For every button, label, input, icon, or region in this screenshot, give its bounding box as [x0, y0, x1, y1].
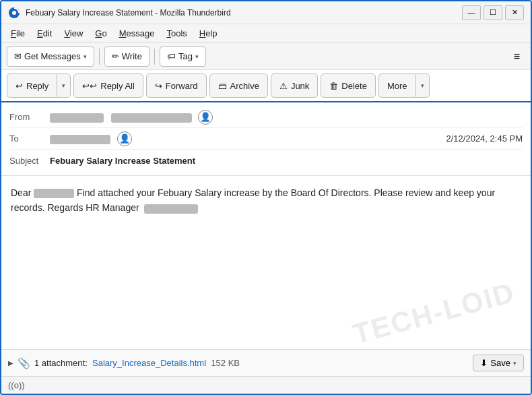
junk-icon: ⚠ [279, 81, 288, 91]
email-date: 2/12/2024, 2:45 PM [446, 133, 523, 144]
to-row: To 👤 2/12/2024, 2:45 PM [9, 128, 523, 150]
to-person-icon: 👤 [117, 131, 132, 146]
more-label: More [387, 81, 407, 91]
write-label: Write [122, 51, 142, 61]
title-bar: Febuary Salary Increase Statement - Mozi… [1, 1, 531, 24]
menu-help[interactable]: Help [194, 26, 223, 40]
from-value: 👤 [50, 110, 523, 125]
to-label: To [9, 133, 50, 144]
menu-view[interactable]: View [59, 26, 88, 40]
reply-dropdown-icon: ▾ [62, 82, 65, 89]
reply-all-icon: ↩↩ [82, 81, 97, 91]
get-messages-label: Get Messages [24, 51, 81, 61]
reply-all-label: Reply All [100, 81, 135, 91]
email-body-text: Dear Find attached your Febuary Salary i… [11, 185, 521, 216]
menu-go[interactable]: Go [90, 26, 112, 40]
svg-point-1 [12, 11, 16, 15]
tag-label: Tag [178, 51, 193, 61]
menu-edit[interactable]: Edit [32, 26, 57, 40]
attachment-expand-icon[interactable]: ▶ [8, 359, 13, 367]
tag-icon: 🏷 [167, 51, 176, 61]
app-icon [8, 7, 20, 19]
archive-icon: 🗃 [218, 81, 227, 91]
reply-group: ↩ Reply ▾ [7, 73, 71, 98]
action-bar: ↩ Reply ▾ ↩↩ Reply All ↪ Forward 🗃 Archi… [1, 70, 531, 102]
more-dropdown-icon: ▾ [421, 82, 424, 89]
reply-label: Reply [26, 81, 48, 91]
subject-label: Subject [9, 156, 50, 166]
watermark: TECH-LOID [348, 270, 521, 349]
save-icon: ⬇ [480, 358, 488, 368]
attachment-paperclip-icon: 📎 [18, 357, 30, 369]
more-button[interactable]: More [378, 73, 415, 98]
attachment-info: 1 attachment: Salary_Increase_Details.ht… [34, 358, 469, 368]
maximize-button[interactable]: ☐ [484, 5, 502, 20]
get-messages-icon: ✉ [14, 51, 22, 61]
reply-icon: ↩ [15, 81, 23, 91]
reply-button[interactable]: ↩ Reply [7, 73, 57, 98]
menu-bar: File Edit View Go Message Tools Help [1, 24, 531, 43]
write-icon: ✏ [112, 51, 119, 61]
body-dear: Dear [11, 187, 34, 198]
delete-icon: 🗑 [329, 81, 338, 91]
more-dropdown-button[interactable]: ▾ [415, 73, 430, 98]
forward-button[interactable]: ↪ Forward [146, 73, 207, 98]
subject-value: Febuary Salary Increase Statement [50, 156, 523, 166]
tag-button[interactable]: 🏷 Tag ▾ [160, 47, 206, 67]
toolbar-separator-1 [99, 49, 100, 65]
tag-dropdown-icon: ▾ [195, 53, 199, 60]
body-name-blurred [34, 189, 74, 198]
more-group: More ▾ [378, 73, 430, 98]
hamburger-menu-button[interactable]: ≡ [508, 48, 525, 65]
from-person-icon: 👤 [198, 110, 213, 125]
from-row: From 👤 [9, 107, 523, 128]
write-button[interactable]: ✏ Write [104, 47, 149, 67]
main-window: Febuary Salary Increase Statement - Mozi… [0, 0, 532, 395]
menu-file[interactable]: File [5, 26, 30, 40]
delete-label: Delete [341, 81, 367, 91]
delete-button[interactable]: 🗑 Delete [321, 73, 376, 98]
menu-tools[interactable]: Tools [161, 26, 192, 40]
from-name-blurred [50, 113, 104, 123]
junk-button[interactable]: ⚠ Junk [271, 73, 318, 98]
toolbar-separator-2 [154, 49, 155, 65]
status-icon: ((o)) [8, 380, 25, 390]
get-messages-dropdown-icon: ▾ [84, 53, 87, 60]
to-value: 👤 [50, 131, 446, 146]
forward-icon: ↪ [155, 81, 162, 91]
close-button[interactable]: ✕ [505, 5, 524, 20]
archive-button[interactable]: 🗃 Archive [209, 73, 268, 98]
save-attachment-button[interactable]: ⬇ Save ▾ [473, 355, 524, 371]
toolbar: ✉ Get Messages ▾ ✏ Write 🏷 Tag ▾ ≡ [1, 43, 531, 70]
email-body: Dear Find attached your Febuary Salary i… [1, 176, 531, 349]
subject-row: Subject Febuary Salary Increase Statemen… [9, 150, 523, 171]
email-header: From 👤 To 👤 2/12/2024, 2:45 PM Subject F… [1, 102, 531, 176]
from-label: From [9, 112, 50, 122]
save-label: Save [490, 358, 510, 368]
attachment-size: 152 KB [211, 358, 240, 368]
minimize-button[interactable]: — [462, 5, 481, 20]
window-title: Febuary Salary Increase Statement - Mozi… [26, 8, 462, 18]
reply-dropdown-button[interactable]: ▾ [57, 73, 71, 98]
get-messages-button[interactable]: ✉ Get Messages ▾ [7, 47, 94, 67]
toolbar-right: ≡ [508, 48, 525, 65]
menu-message[interactable]: Message [114, 26, 160, 40]
attachment-count: 1 attachment: [34, 358, 88, 368]
archive-label: Archive [230, 81, 259, 91]
from-email-blurred [111, 113, 192, 123]
window-controls: — ☐ ✕ [462, 5, 524, 20]
forward-label: Forward [166, 81, 198, 91]
attachment-bar: ▶ 📎 1 attachment: Salary_Increase_Detail… [1, 349, 531, 376]
to-name-blurred [50, 135, 110, 144]
attachment-filename[interactable]: Salary_Increase_Details.html [92, 358, 206, 368]
body-sig-blurred [144, 204, 198, 214]
status-bar: ((o)) [1, 376, 531, 394]
save-dropdown-icon: ▾ [513, 360, 517, 367]
junk-label: Junk [291, 81, 309, 91]
body-main-text: Find attached your Febuary Salary increa… [11, 187, 495, 213]
reply-all-button[interactable]: ↩↩ Reply All [73, 73, 143, 98]
